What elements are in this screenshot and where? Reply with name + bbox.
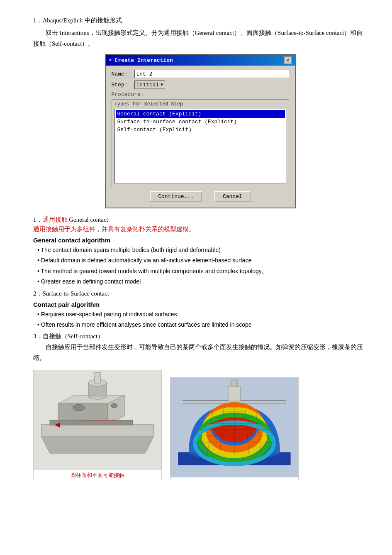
cancel-button[interactable]: Cancel bbox=[214, 191, 251, 202]
left-image: 圆柱面和平面可能接触 bbox=[33, 370, 162, 480]
name-label: Name: bbox=[112, 71, 134, 77]
subsection3-title: 3．自接触（Self-contact） bbox=[33, 333, 367, 340]
step-label: Step: bbox=[112, 82, 134, 88]
svg-point-11 bbox=[73, 404, 85, 411]
types-group-box: Types for Selected Step General contact … bbox=[112, 99, 289, 187]
dialog-wrapper: ➤ Create Interaction ✕ Name: Step: Initi… bbox=[33, 54, 367, 208]
right-image bbox=[170, 377, 299, 480]
dialog-title: Create Interaction bbox=[114, 57, 173, 64]
svg-marker-1 bbox=[41, 437, 153, 453]
dialog-arrow-icon: ➤ bbox=[109, 57, 112, 64]
list-item-self-contact[interactable]: Self-contact (Explicit) bbox=[116, 126, 285, 134]
general-contact-heading: General contact algorithm bbox=[33, 237, 367, 244]
svg-rect-40 bbox=[228, 386, 241, 401]
contact-pair-heading: Contact pair algorithm bbox=[33, 301, 367, 308]
left-image-caption: 圆柱面和平面可能接触 bbox=[34, 470, 161, 480]
subsection3-chinese: 自接触（Self-contact） bbox=[43, 333, 104, 340]
subsection1-english: General contact bbox=[69, 216, 108, 223]
step-value: Initial bbox=[136, 82, 159, 88]
continue-button[interactable]: Continue... bbox=[150, 191, 202, 202]
bullet-3: • The method is geared toward models wit… bbox=[37, 266, 367, 276]
procedure-row: Procedure: bbox=[112, 91, 289, 98]
subsection2-title: 2．Surface-to-Surface contact bbox=[33, 290, 367, 298]
fem-svg bbox=[170, 378, 299, 477]
dialog-close-button[interactable]: ✕ bbox=[284, 56, 292, 64]
section1-intro: 双击 Interactions，出现接触形式定义。分为通用接触（General … bbox=[33, 28, 367, 49]
svg-rect-41 bbox=[231, 380, 238, 386]
subsection1-number: 1． bbox=[33, 216, 43, 223]
list-item-general-contact[interactable]: General contact (Explicit) bbox=[116, 110, 285, 118]
contact-bullet-2: • Often results in more efficient analys… bbox=[37, 320, 367, 329]
step-dropdown[interactable]: Initial ▼ bbox=[134, 81, 166, 89]
group-box-title: Types for Selected Step bbox=[114, 101, 286, 107]
create-interaction-dialog: ➤ Create Interaction ✕ Name: Step: Initi… bbox=[105, 54, 296, 208]
subsection2-number: 2． bbox=[33, 290, 43, 297]
types-list[interactable]: General contact (Explicit) Surface-to-su… bbox=[114, 109, 286, 183]
dialog-titlebar: ➤ Create Interaction ✕ bbox=[106, 55, 295, 66]
mechanical-svg bbox=[33, 370, 162, 470]
svg-rect-10 bbox=[95, 372, 100, 383]
subsection1-chinese: 通用接触 bbox=[43, 216, 68, 223]
list-item-surface-contact[interactable]: Surface-to-surface contact (Explicit) bbox=[116, 118, 285, 126]
dialog-step-row: Step: Initial ▼ bbox=[112, 81, 289, 89]
dialog-body: Name: Step: Initial ▼ Procedure: Types f… bbox=[106, 66, 295, 208]
subsection3-desc: 自接触应用于当部件发生变形时，可能导致自己的某两个或多个面发生接触的情况。如弹簧… bbox=[33, 342, 367, 363]
dropdown-arrow-icon: ▼ bbox=[161, 83, 163, 87]
section1-title: 1．Abaqus/Explicit 中的接触形式 bbox=[33, 17, 367, 24]
subsection1-desc: 通用接触用于为多组件，并具有复杂拓扑关系的模型建模。 bbox=[33, 225, 367, 233]
bullet-4: • Greater ease in defining contact model bbox=[37, 277, 367, 286]
dialog-name-row: Name: bbox=[112, 70, 289, 78]
contact-bullet-1: • Requires user-specified pairing of ind… bbox=[37, 310, 367, 319]
right-image-caption bbox=[170, 477, 298, 480]
svg-point-12 bbox=[111, 403, 117, 408]
subsection3-number: 3． bbox=[33, 333, 43, 340]
subsection2-title-text: Surface-to-Surface contact bbox=[43, 290, 109, 297]
subsection1-title: 1．通用接触 General contact bbox=[33, 216, 367, 224]
name-input[interactable] bbox=[134, 70, 289, 78]
bullet-2: • Default domain is defined automaticall… bbox=[37, 256, 367, 265]
images-row: 圆柱面和平面可能接触 bbox=[33, 370, 367, 480]
dialog-footer: Continue... Cancel bbox=[112, 191, 289, 202]
svg-rect-6 bbox=[50, 420, 133, 425]
bullet-1: • The contact domain spans multiple bodi… bbox=[37, 245, 367, 254]
